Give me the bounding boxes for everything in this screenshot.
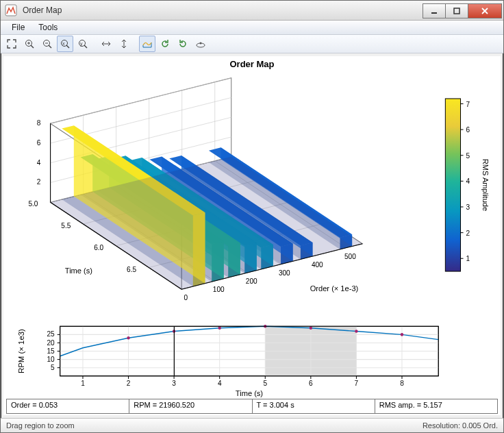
svg-text:15: 15 bbox=[47, 347, 55, 355]
rotate-cw-icon[interactable] bbox=[175, 36, 191, 52]
svg-text:7: 7 bbox=[355, 380, 359, 387]
svg-text:5: 5 bbox=[466, 152, 470, 160]
svg-text:6: 6 bbox=[309, 380, 313, 387]
svg-text:500: 500 bbox=[344, 253, 356, 260]
menu-bar: File Tools bbox=[1, 21, 503, 35]
svg-text:1: 1 bbox=[81, 380, 85, 387]
svg-text:6.0: 6.0 bbox=[94, 244, 103, 251]
svg-text:8: 8 bbox=[37, 119, 41, 127]
svg-text:Time (s): Time (s) bbox=[236, 389, 263, 397]
svg-text:4: 4 bbox=[218, 380, 222, 387]
menu-tools[interactable]: Tools bbox=[32, 21, 64, 34]
status-bar: Drag region to zoom Resolution: 0.005 Or… bbox=[1, 418, 503, 432]
window-controls bbox=[423, 3, 502, 17]
chart-title: Order Map bbox=[3, 59, 501, 69]
svg-text:100: 100 bbox=[213, 286, 225, 293]
status-left: Drag region to zoom bbox=[6, 421, 75, 430]
svg-point-154 bbox=[127, 336, 129, 340]
svg-text:RPM (× 1e3): RPM (× 1e3) bbox=[17, 329, 25, 373]
svg-point-160 bbox=[401, 333, 403, 336]
svg-text:Time (s): Time (s) bbox=[65, 267, 92, 275]
svg-text:7: 7 bbox=[466, 101, 470, 108]
3d-plot[interactable]: Order Map 01002003004005005.05.56.06.524… bbox=[3, 56, 501, 321]
rpm-plot[interactable]: 12345678510152025Time (s)RPM (× 1e3) bbox=[3, 321, 501, 399]
zoom-y-icon[interactable]: y bbox=[75, 36, 91, 52]
zoom-x-icon[interactable]: x bbox=[57, 36, 73, 52]
minimize-button[interactable] bbox=[423, 3, 446, 18]
svg-text:2: 2 bbox=[466, 230, 470, 237]
svg-text:0: 0 bbox=[184, 294, 188, 301]
svg-text:5: 5 bbox=[263, 380, 267, 387]
svg-text:5: 5 bbox=[51, 364, 55, 371]
svg-text:300: 300 bbox=[279, 269, 290, 277]
info-t: T = 3.004 s bbox=[253, 399, 375, 413]
svg-line-11 bbox=[66, 45, 69, 48]
info-rpm: RPM = 21960.520 bbox=[129, 399, 252, 413]
rotate-ccw-icon[interactable] bbox=[157, 36, 173, 52]
status-right: Resolution: 0.005 Ord. bbox=[423, 421, 498, 430]
svg-text:5.0: 5.0 bbox=[28, 200, 38, 208]
svg-text:2: 2 bbox=[37, 179, 41, 186]
menu-file[interactable]: File bbox=[5, 21, 32, 34]
svg-text:6.5: 6.5 bbox=[127, 266, 136, 273]
info-rms: RMS amp. = 5.157 bbox=[375, 399, 497, 413]
window-title: Order Map bbox=[21, 5, 423, 15]
svg-line-8 bbox=[49, 45, 51, 48]
svg-point-158 bbox=[310, 327, 312, 330]
toolbar: x y bbox=[1, 35, 503, 53]
svg-text:Order (× 1e-3): Order (× 1e-3) bbox=[310, 284, 358, 293]
svg-text:25: 25 bbox=[47, 330, 55, 338]
svg-text:2: 2 bbox=[127, 380, 131, 387]
svg-rect-0 bbox=[5, 5, 16, 16]
svg-text:3: 3 bbox=[466, 203, 470, 211]
svg-text:20: 20 bbox=[47, 339, 55, 347]
app-window: Order Map File Tools x y Order Map 01002… bbox=[0, 0, 504, 433]
close-button[interactable] bbox=[468, 3, 502, 18]
svg-text:1: 1 bbox=[466, 255, 470, 262]
figure-area: Order Map 01002003004005005.05.56.06.524… bbox=[3, 56, 501, 415]
svg-text:y: y bbox=[80, 41, 83, 47]
svg-point-156 bbox=[218, 327, 220, 330]
surface-plot-icon[interactable] bbox=[139, 36, 155, 52]
zoom-out-icon[interactable] bbox=[39, 36, 55, 52]
svg-text:400: 400 bbox=[312, 261, 323, 269]
svg-text:4: 4 bbox=[37, 159, 41, 166]
svg-point-159 bbox=[355, 330, 357, 333]
svg-rect-97 bbox=[445, 99, 460, 271]
svg-text:10: 10 bbox=[47, 356, 55, 363]
svg-text:200: 200 bbox=[246, 277, 257, 285]
svg-text:RMS Amplitude: RMS Amplitude bbox=[481, 159, 490, 211]
maximize-button[interactable] bbox=[445, 3, 468, 18]
svg-text:x: x bbox=[62, 41, 65, 46]
svg-text:8: 8 bbox=[400, 380, 404, 387]
svg-text:4: 4 bbox=[466, 177, 470, 185]
shrink-x-icon[interactable] bbox=[98, 36, 114, 52]
info-order: Order = 0.053 bbox=[7, 399, 129, 413]
svg-text:3: 3 bbox=[172, 380, 176, 387]
svg-line-14 bbox=[84, 45, 87, 48]
full-extents-icon[interactable] bbox=[3, 36, 20, 52]
svg-rect-2 bbox=[454, 8, 459, 14]
svg-text:5.5: 5.5 bbox=[61, 222, 71, 230]
orbit-icon[interactable] bbox=[192, 36, 209, 52]
svg-text:6: 6 bbox=[466, 126, 470, 134]
svg-line-4 bbox=[31, 45, 34, 48]
info-bar: Order = 0.053 RPM = 21960.520 T = 3.004 … bbox=[6, 399, 498, 414]
svg-point-17 bbox=[200, 42, 202, 45]
shrink-y-icon[interactable] bbox=[116, 36, 132, 52]
zoom-in-icon[interactable] bbox=[21, 36, 38, 52]
title-bar: Order Map bbox=[1, 1, 503, 21]
svg-text:6: 6 bbox=[37, 139, 41, 147]
app-icon bbox=[5, 4, 17, 16]
